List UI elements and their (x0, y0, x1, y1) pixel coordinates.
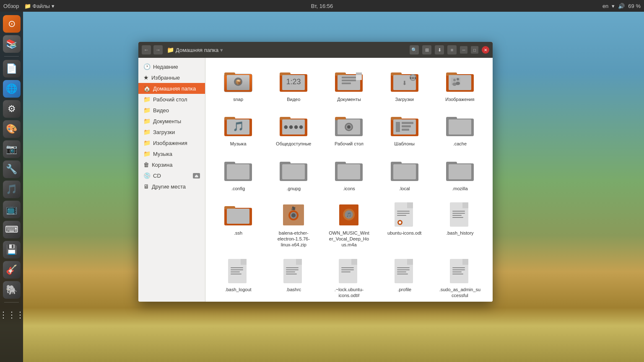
folder-desktop-icon (334, 112, 364, 139)
file-label-balena: balena-etcher-electron-1.5.76-linux-x64.… (273, 230, 314, 248)
file-item-config[interactable]: .config (212, 154, 264, 195)
file-label-templates: Шаблоны (394, 141, 415, 147)
svg-rect-125 (407, 259, 413, 265)
menu-button[interactable]: ≡ (447, 45, 457, 54)
file-item-profile[interactable]: .profile (379, 255, 431, 302)
dock-app-2[interactable]: 🌐 (3, 80, 21, 98)
svg-rect-53 (396, 122, 400, 132)
file-item-bash-logout[interactable]: .bash_logout (212, 255, 264, 302)
dock: ⊙ 📚 📄 🌐 ⚙ 🎨 📷 🔧 🎵 📺 ⌨ 💾 🎸 🐘 ⋮⋮⋮ (0, 12, 23, 362)
sidebar-item-other[interactable]: 🖥 Другие места (138, 181, 205, 192)
dock-apps-button[interactable]: ⋮⋮⋮ (3, 306, 21, 323)
file-item-music-file[interactable]: 🎵 OWN_MUSIC_Winter_Vocal_Deep_Hous.m4a (323, 198, 375, 251)
sidebar-label-documents: Документы (153, 118, 181, 124)
view-icon-button[interactable]: ⊞ (422, 45, 431, 54)
svg-point-95 (399, 221, 401, 224)
file-label-snap: snap (233, 96, 243, 102)
svg-text:🎥: 🎥 (291, 206, 296, 210)
file-item-local[interactable]: .local (379, 154, 431, 195)
dock-app-10[interactable]: 💾 (3, 241, 21, 259)
sidebar-item-documents[interactable]: 📁 Документы (138, 116, 205, 127)
folder-gnupg-icon (278, 157, 309, 184)
dock-app-5[interactable]: 📷 (3, 140, 21, 158)
dock-app-11[interactable]: 🎸 (3, 261, 21, 279)
file-item-lock[interactable]: .~lock.ubuntu-icons.odt# (323, 255, 375, 302)
dock-app-9[interactable]: ⌨ (3, 221, 21, 238)
forward-button[interactable]: → (153, 45, 163, 54)
minimize-button[interactable]: ─ (460, 46, 467, 54)
file-label-music: Музыка (230, 141, 247, 147)
sidebar-item-favorites[interactable]: ★ Избранные (138, 72, 205, 83)
dock-home-icon[interactable]: ⊙ (3, 15, 21, 33)
dock-app-7[interactable]: 🎵 (3, 181, 21, 198)
trash-icon: 🗑 (143, 161, 149, 168)
file-item-music[interactable]: 🎵 Музыка (212, 109, 264, 150)
folder-mozilla-icon (445, 157, 475, 184)
sidebar-item-images[interactable]: 📁 Изображения (138, 137, 205, 148)
file-item-icons[interactable]: .icons (323, 154, 375, 195)
back-button[interactable]: ← (142, 45, 151, 54)
folder-video-icon: 1:23 (278, 68, 309, 95)
file-item-documents[interactable]: Документы (323, 65, 375, 106)
dock-app-6[interactable]: 🔧 (3, 160, 21, 178)
file-item-cache[interactable]: .cache (434, 109, 486, 150)
sidebar-item-recent[interactable]: 🕐 Недавние (138, 61, 205, 72)
file-item-sudo[interactable]: .sudo_as_admin_successful (434, 255, 486, 302)
dock-app-8[interactable]: 📺 (3, 201, 21, 218)
file-bash-logout-icon (223, 258, 253, 285)
file-item-desktop[interactable]: Рабочий стол (323, 109, 375, 150)
folder-images-icon (445, 68, 475, 95)
file-item-ssh[interactable]: .ssh (212, 198, 264, 251)
location-folder-icon: 📁 (167, 47, 174, 53)
file-label-icons: .icons (343, 186, 355, 191)
file-label-profile: .profile (397, 287, 411, 292)
search-button[interactable]: 🔍 (410, 45, 419, 54)
sidebar-label-recent: Недавние (153, 64, 178, 70)
dock-files-icon[interactable]: 📚 (3, 35, 21, 53)
sidebar-item-downloads[interactable]: 📁 Загрузки (138, 127, 205, 137)
app-menu-arrow[interactable]: ▾ (52, 3, 55, 9)
file-bashrc-icon (278, 258, 309, 285)
svg-rect-135 (452, 272, 462, 272)
file-item-video[interactable]: 1:23 Видео (267, 65, 319, 106)
dock-app-4[interactable]: 🎨 (3, 120, 21, 138)
maximize-button[interactable]: □ (471, 46, 478, 54)
file-label-images: Изображения (445, 96, 474, 102)
close-button[interactable]: ✕ (482, 46, 489, 54)
sort-button[interactable]: ⬇ (435, 45, 444, 54)
file-item-snap[interactable]: 📦 (212, 65, 264, 106)
dock-app-3[interactable]: ⚙ (3, 100, 21, 118)
sidebar-item-trash[interactable]: 🗑 Корзина (138, 159, 205, 170)
language-indicator[interactable]: en (602, 3, 608, 9)
sidebar-label-cd: CD (153, 173, 161, 179)
file-item-ubuntu-icons[interactable]: ubuntu-icons.odt (379, 198, 431, 251)
file-item-public[interactable]: ●●●● Общедоступные (267, 109, 319, 150)
folder-cache-icon (445, 112, 475, 139)
svg-rect-16 (342, 80, 356, 81)
datetime-display: Вт, 16:56 (311, 3, 333, 9)
file-item-balena[interactable]: 🎥 balena-etcher-electron-1.5.76-linux-x6… (267, 198, 319, 251)
sidebar-item-home[interactable]: 🏠 Домашняя папка (138, 83, 205, 94)
file-item-images[interactable]: Изображения (434, 65, 486, 106)
svg-rect-128 (397, 272, 406, 272)
volume-icon: 🔊 (618, 3, 625, 9)
sidebar-item-cd[interactable]: 💿 CD ⏏ (138, 170, 205, 181)
file-item-bashrc[interactable]: .bashrc (267, 255, 319, 302)
svg-text:⬇: ⬇ (402, 80, 407, 86)
file-label-mozilla: .mozilla (452, 186, 467, 191)
file-item-downloads[interactable]: ●●● ⬇ Загрузки (379, 65, 431, 106)
top-panel: Обзор 📁 Файлы ▾ Вт, 16:56 en ▾ 🔊 69 % (0, 0, 644, 12)
music-sidebar-icon: 📁 (143, 150, 151, 157)
file-label-bashrc: .bashrc (286, 287, 301, 292)
sidebar-item-desktop[interactable]: 📁 Рабочий стол (138, 94, 205, 105)
sidebar-item-music[interactable]: 📁 Музыка (138, 148, 205, 159)
file-item-gnupg[interactable]: .gnupg (267, 154, 319, 195)
file-item-mozilla[interactable]: .mozilla (434, 154, 486, 195)
file-item-templates[interactable]: Шаблоны (379, 109, 431, 150)
dock-app-12[interactable]: 🐘 (3, 281, 21, 299)
file-item-bash-history[interactable]: .bash_history (434, 198, 486, 251)
overview-button[interactable]: Обзор (3, 3, 19, 9)
sidebar-item-video[interactable]: 📁 Видео (138, 105, 205, 116)
dock-app-1[interactable]: 📄 (3, 60, 21, 78)
svg-rect-119 (351, 259, 357, 265)
